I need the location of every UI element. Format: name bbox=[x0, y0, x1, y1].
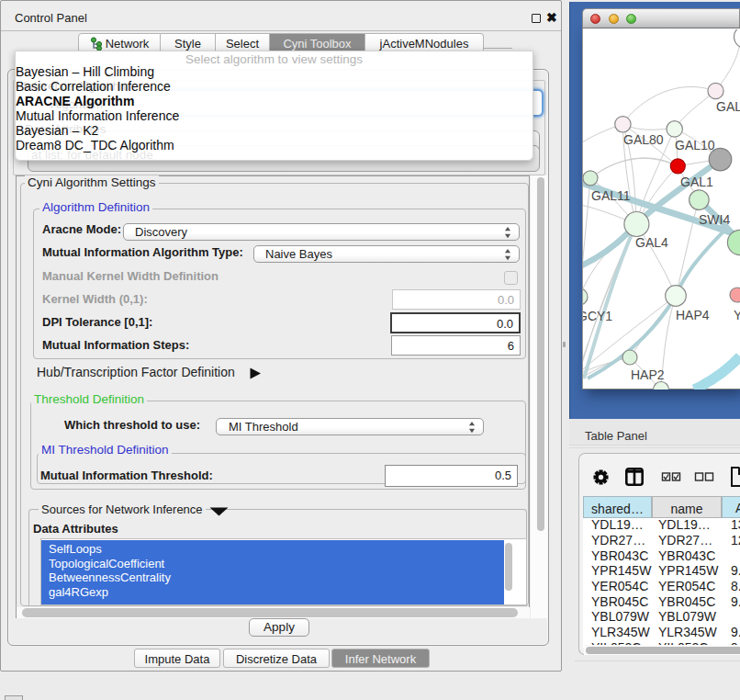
svg-text:SWI4: SWI4 bbox=[699, 212, 730, 227]
svg-text:HAP2: HAP2 bbox=[631, 367, 665, 382]
svg-text:HAP4: HAP4 bbox=[676, 308, 710, 322]
svg-text:GAL4: GAL4 bbox=[635, 235, 668, 250]
svg-text:GAL: GAL bbox=[716, 99, 740, 114]
svg-text:GAL11: GAL11 bbox=[591, 188, 631, 203]
svg-text:GAL10: GAL10 bbox=[675, 138, 715, 152]
svg-text:GAL1: GAL1 bbox=[680, 175, 713, 189]
svg-text:Y: Y bbox=[734, 308, 740, 322]
svg-text:GAL80: GAL80 bbox=[623, 132, 664, 147]
svg-text:GCY1: GCY1 bbox=[583, 309, 612, 323]
